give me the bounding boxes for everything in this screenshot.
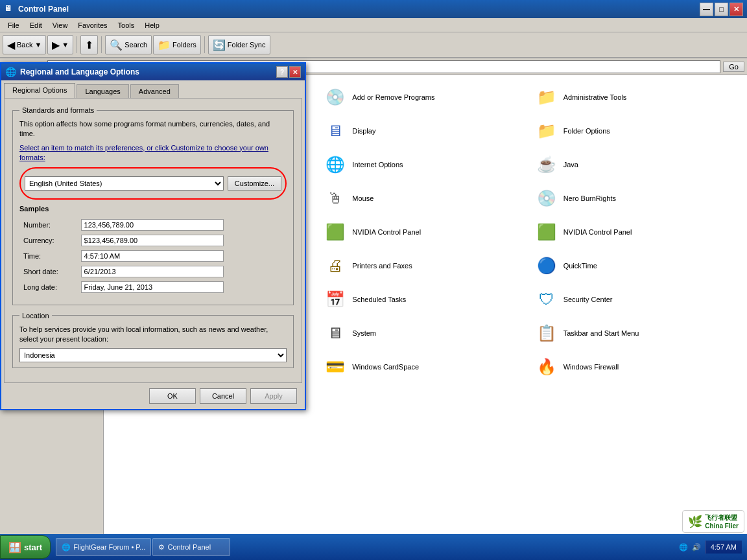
- cp-nvidia-2[interactable]: 🟩 NVIDIA Control Panel: [531, 215, 742, 249]
- taskbar-item-flightgear[interactable]: 🌐 FlightGear Forum • P...: [56, 538, 151, 556]
- menu-help[interactable]: Help: [139, 20, 165, 30]
- add-remove-icon: 💿: [324, 86, 347, 109]
- cp-cardspace[interactable]: 💳 Windows CardSpace: [320, 350, 530, 384]
- folder-options-icon: 📁: [535, 119, 558, 143]
- cp-system[interactable]: 🖥 System: [320, 316, 530, 350]
- cp-security[interactable]: 🛡 Security Center: [531, 283, 742, 316]
- folder-sync-icon: 🔄: [213, 39, 226, 51]
- search-label: Search: [124, 41, 147, 49]
- menu-view[interactable]: View: [47, 20, 73, 30]
- flightgear-label: FlightGear Forum • P...: [73, 543, 145, 551]
- dialog-tab-content: Standards and formats This option affect…: [4, 98, 302, 383]
- cp-quicktime[interactable]: 🔵 QuickTime: [531, 249, 742, 283]
- locale-select[interactable]: English (United States): [25, 176, 224, 191]
- close-button[interactable]: ✕: [729, 3, 743, 16]
- cp-display[interactable]: 🖥 Display: [320, 114, 530, 148]
- go-button[interactable]: Go: [723, 62, 744, 72]
- number-label: Number:: [21, 218, 77, 232]
- minimize-button[interactable]: —: [700, 3, 713, 16]
- maximize-button[interactable]: □: [715, 3, 728, 16]
- menu-file[interactable]: File: [3, 20, 25, 30]
- standards-legend: Standards and formats: [19, 106, 97, 114]
- tab-regional-options[interactable]: Regional Options: [4, 83, 75, 98]
- time-label: Time:: [21, 249, 77, 263]
- taskbar-right: 🌐 🔊 4:57 AM: [674, 541, 747, 554]
- cp-mouse[interactable]: 🖱 Mouse: [320, 181, 530, 215]
- cp-folder-options[interactable]: 📁 Folder Options: [531, 114, 742, 148]
- folder-sync-button[interactable]: 🔄 Folder Sync: [208, 35, 270, 54]
- location-fieldset: Location To help services provide you wi…: [12, 312, 294, 369]
- folders-button[interactable]: 📁 Folders: [153, 35, 201, 54]
- cp-taskbar[interactable]: 📋 Taskbar and Start Menu: [531, 316, 742, 350]
- number-row: Number: 123,456,789.00: [21, 218, 285, 232]
- menu-tools[interactable]: Tools: [113, 20, 140, 30]
- time-row: Time: 4:57:10 AM: [21, 249, 285, 263]
- cp-firewall[interactable]: 🔥 Windows Firewall: [531, 350, 742, 384]
- dialog-footer: OK Cancel Apply: [1, 383, 305, 409]
- taskbar-icon: 📋: [535, 321, 558, 345]
- clock: 4:57 AM: [705, 541, 742, 554]
- cp-admin-tools[interactable]: 📁 Administrative Tools: [531, 80, 742, 114]
- currency-label: Currency:: [21, 233, 77, 248]
- back-button[interactable]: ◀ Back ▼: [3, 35, 46, 54]
- window-icon: 🖥: [4, 4, 14, 14]
- window-title: Control Panel: [18, 5, 69, 14]
- location-legend: Location: [19, 312, 52, 320]
- cp-internet-options[interactable]: 🌐 Internet Options: [320, 148, 530, 181]
- menu-edit[interactable]: Edit: [25, 20, 47, 30]
- cp-scheduled[interactable]: 📅 Scheduled Tasks: [320, 283, 530, 316]
- network-tray-icon: 🌐: [679, 543, 688, 552]
- cp-taskbar-label: Taskbar and Start Menu: [563, 329, 639, 337]
- back-dropdown-icon: ▼: [34, 41, 42, 49]
- dialog-tabs: Regional Options Languages Advanced: [1, 80, 305, 98]
- menu-favorites[interactable]: Favorites: [73, 20, 112, 30]
- cp-nero[interactable]: 💿 Nero BurnRights: [531, 181, 742, 215]
- cp-nvidia-1[interactable]: 🟩 NVIDIA Control Panel: [320, 215, 530, 249]
- nvidia-icon-2: 🟩: [535, 220, 558, 244]
- cp-java[interactable]: ☕ Java: [531, 148, 742, 181]
- cp-display-label: Display: [352, 127, 375, 135]
- cp-printers[interactable]: 🖨 Printers and Faxes: [320, 249, 530, 283]
- china-flier-logo: 🌿 飞行者联盟China Flier: [682, 510, 744, 533]
- samples-section: Samples Number: 123,456,789.00 Currency:…: [19, 205, 287, 296]
- short-date-value: 6/21/2013: [81, 266, 224, 277]
- cp-add-remove[interactable]: 💿 Add or Remove Programs: [320, 80, 530, 114]
- dialog-close-button[interactable]: ✕: [289, 66, 301, 78]
- tab-advanced[interactable]: Advanced: [130, 84, 179, 98]
- taskbar-items: 🌐 FlightGear Forum • P... ⚙ Control Pane…: [53, 538, 673, 556]
- short-date-label: Short date:: [21, 264, 77, 279]
- toolbar-separator-2: [101, 36, 102, 53]
- taskbar: 🪟 start 🌐 FlightGear Forum • P... ⚙ Cont…: [0, 534, 747, 560]
- cp-java-label: Java: [563, 161, 578, 169]
- standards-text2: Select an item to match its preferences,…: [19, 143, 287, 163]
- cp-internet-options-label: Internet Options: [352, 161, 403, 169]
- customize-button[interactable]: Customize...: [228, 176, 281, 191]
- cp-cardspace-label: Windows CardSpace: [352, 363, 419, 371]
- printers-icon: 🖨: [324, 254, 347, 277]
- dialog-help-button[interactable]: ?: [276, 66, 288, 78]
- cardspace-icon: 💳: [324, 355, 347, 379]
- ok-button[interactable]: OK: [149, 388, 196, 404]
- locale-dropdown-container: English (United States) Customize...: [19, 167, 287, 200]
- security-icon: 🛡: [535, 288, 558, 311]
- toolbar-separator-1: [77, 36, 77, 53]
- internet-options-icon: 🌐: [324, 153, 347, 176]
- start-button[interactable]: 🪟 start: [0, 535, 51, 559]
- folders-label: Folders: [172, 41, 196, 49]
- forward-button[interactable]: ▶ ▼: [47, 35, 73, 54]
- dialog-title-bar: 🌐 Regional and Language Options ? ✕: [1, 64, 305, 80]
- apply-button[interactable]: Apply: [250, 388, 297, 404]
- tab-languages[interactable]: Languages: [77, 84, 128, 98]
- long-date-label: Long date:: [21, 280, 77, 294]
- search-button[interactable]: 🔍 Search: [105, 35, 152, 54]
- cp-mouse-label: Mouse: [352, 194, 374, 202]
- up-button[interactable]: ⬆: [80, 35, 98, 54]
- dialog-overlay: 🌐 Regional and Language Options ? ✕ Regi…: [0, 62, 306, 410]
- short-date-row: Short date: 6/21/2013: [21, 264, 285, 279]
- firewall-icon: 🔥: [535, 355, 558, 379]
- cancel-button[interactable]: Cancel: [200, 388, 246, 404]
- forward-dropdown-icon: ▼: [62, 41, 69, 49]
- taskbar-item-control-panel[interactable]: ⚙ Control Panel: [152, 538, 230, 556]
- title-controls: — □ ✕: [700, 3, 743, 16]
- location-select[interactable]: Indonesia: [19, 348, 287, 362]
